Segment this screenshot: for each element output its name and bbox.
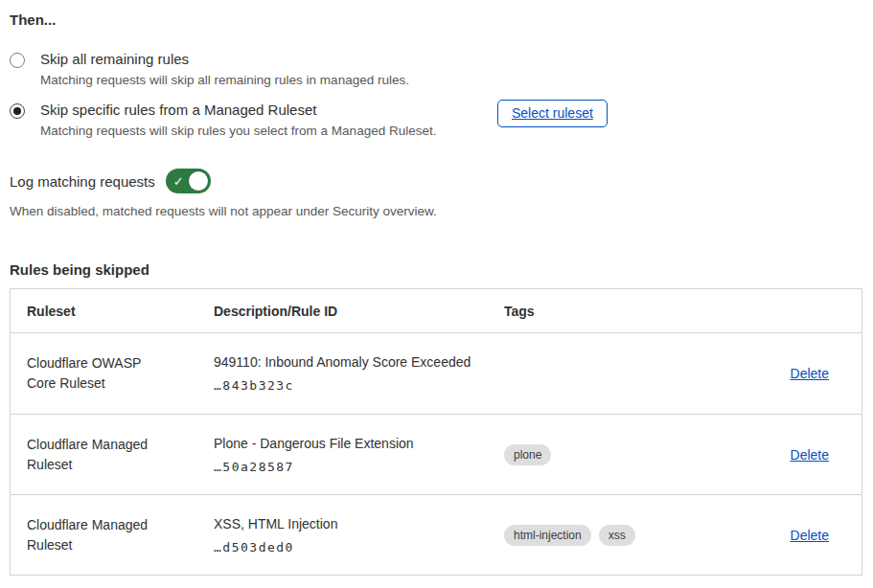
- toggle-knob: [188, 170, 209, 192]
- option-skip-all-rules: Skip all remaining rules Matching reques…: [10, 51, 862, 87]
- option-skip-all-description: Matching requests will skip all remainin…: [40, 73, 409, 87]
- tag-pill: xss: [599, 525, 635, 546]
- select-ruleset-button[interactable]: Select ruleset: [497, 100, 608, 127]
- log-toggle-description: When disabled, matched requests will not…: [10, 204, 862, 218]
- rules-table-heading: Rules being skipped: [10, 261, 862, 278]
- rule-description: 949110: Inbound Anomaly Score Exceeded: [214, 354, 504, 370]
- radio-skip-specific-rules[interactable]: [10, 103, 25, 119]
- table-row: Cloudflare OWASP Core Ruleset 949110: In…: [11, 333, 862, 414]
- delete-cell: Delete: [724, 447, 862, 463]
- delete-link[interactable]: Delete: [791, 528, 829, 543]
- rule-id: …843b323c: [214, 378, 504, 393]
- table-body: Cloudflare OWASP Core Ruleset 949110: In…: [11, 333, 862, 575]
- ruleset-cell: Cloudflare OWASP Core Ruleset: [11, 353, 214, 394]
- column-header-tags: Tags: [504, 304, 724, 319]
- ruleset-name: Cloudflare Managed Ruleset: [27, 517, 148, 553]
- table-row: Cloudflare Managed Ruleset XSS, HTML Inj…: [11, 494, 862, 575]
- tags-cell: plone: [504, 444, 724, 465]
- column-header-ruleset: Ruleset: [11, 304, 214, 319]
- ruleset-cell: Cloudflare Managed Ruleset: [11, 515, 214, 555]
- delete-cell: Delete: [724, 366, 862, 381]
- delete-link[interactable]: Delete: [791, 447, 829, 463]
- rule-description: Plone - Dangerous File Extension: [214, 436, 504, 451]
- description-cell: XSS, HTML Injection …d503ded0: [214, 516, 504, 554]
- log-matching-requests-label: Log matching requests: [10, 173, 155, 190]
- log-matching-requests-row: Log matching requests ✓: [10, 169, 862, 193]
- radio-skip-all-rules[interactable]: [10, 53, 25, 68]
- description-cell: 949110: Inbound Anomaly Score Exceeded ……: [214, 354, 504, 393]
- rule-id: …d503ded0: [214, 540, 504, 554]
- ruleset-name: Cloudflare Managed Ruleset: [27, 437, 148, 472]
- ruleset-cell: Cloudflare Managed Ruleset: [11, 435, 214, 475]
- waf-rule-config-page: Then... Skip all remaining rules Matchin…: [0, 0, 873, 576]
- option-skip-specific-description: Matching requests will skip rules you se…: [40, 124, 436, 138]
- tag-pill: plone: [504, 444, 551, 465]
- rule-id: …50a28587: [214, 460, 504, 474]
- delete-cell: Delete: [724, 528, 862, 543]
- ruleset-name: Cloudflare OWASP Core Ruleset: [27, 355, 141, 391]
- log-matching-requests-toggle[interactable]: ✓: [166, 169, 211, 193]
- option-skip-specific-rules: Skip specific rules from a Managed Rules…: [10, 102, 862, 138]
- option-skip-all-label[interactable]: Skip all remaining rules: [40, 51, 409, 67]
- rule-description: XSS, HTML Injection: [214, 516, 504, 531]
- description-cell: Plone - Dangerous File Extension …50a285…: [214, 436, 504, 474]
- tag-pill: html-injection: [504, 525, 591, 546]
- table-header-row: Ruleset Description/Rule ID Tags: [11, 289, 862, 333]
- option-skip-specific-label[interactable]: Skip specific rules from a Managed Rules…: [40, 102, 436, 118]
- then-heading: Then...: [10, 11, 862, 28]
- tags-cell: html-injectionxss: [504, 525, 724, 546]
- delete-link[interactable]: Delete: [791, 366, 829, 381]
- table-row: Cloudflare Managed Ruleset Plone - Dange…: [11, 414, 862, 494]
- rules-being-skipped-table: Ruleset Description/Rule ID Tags Cloudfl…: [10, 288, 862, 576]
- check-icon: ✓: [173, 175, 184, 188]
- column-header-description: Description/Rule ID: [214, 304, 504, 319]
